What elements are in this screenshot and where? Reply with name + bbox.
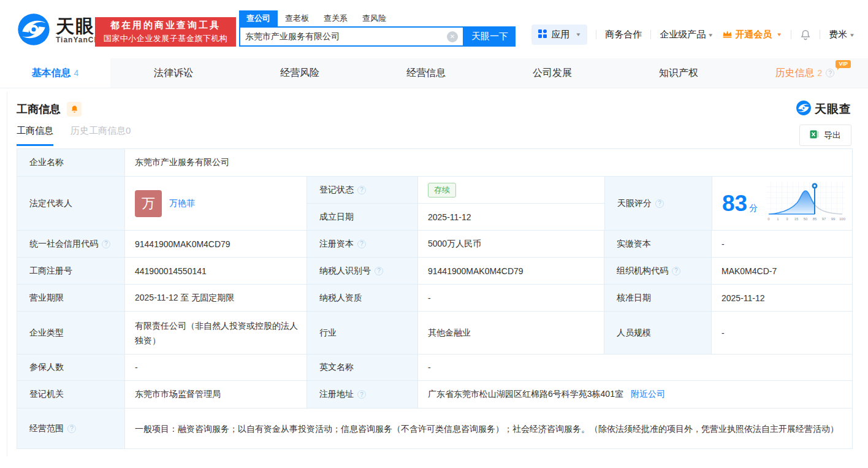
help-icon[interactable] (375, 267, 383, 275)
field-label: 纳税人识别号 (307, 258, 418, 284)
tianyancha-watermark: 天眼查 (796, 100, 851, 118)
field-label: 工商注册号 (17, 258, 125, 284)
field-label: 天眼评分 (605, 177, 712, 230)
table-row: 工商注册号 441900014550141 纳税人识别号 91441900MAK… (17, 257, 852, 284)
field-label: 参保人数 (17, 355, 125, 380)
field-label: 人员规模 (604, 312, 712, 354)
help-icon[interactable] (357, 186, 366, 194)
subtab-history-business-info[interactable]: 历史工商信息0 (70, 125, 131, 146)
export-button[interactable]: 导出 (799, 125, 851, 146)
help-icon[interactable] (67, 424, 76, 433)
subtab-business-info[interactable]: 工商信息 (17, 125, 53, 146)
field-label: 统一社会信用代码 (17, 231, 125, 257)
tab-business-info[interactable]: 经营信息 (363, 58, 489, 88)
table-row: 法定代表人 万 万艳菲 登记状态 存续 成立日期 2025-11-12 天眼评分 (17, 176, 852, 230)
tianyancha-watermark-icon (796, 100, 812, 118)
field-label: 法定代表人 (17, 177, 125, 230)
monitor-bell-icon[interactable] (67, 102, 82, 117)
svg-text:0: 0 (767, 217, 770, 221)
field-label: 经营范围 (17, 409, 125, 448)
open-vip-menu[interactable]: 开通会员 (722, 29, 782, 40)
reg-number-value: 441900014550141 (125, 258, 307, 284)
legal-rep-link[interactable]: 万艳菲 (169, 198, 195, 209)
help-icon[interactable] (102, 240, 110, 248)
tab-company-development[interactable]: 公司发展 (489, 58, 615, 88)
establish-date-value: 2025-11-12 (418, 204, 604, 230)
field-label: 注册地址 (307, 381, 418, 408)
enterprise-products-menu[interactable]: 企业级产品 (660, 29, 714, 40)
section-title: 工商信息 (17, 102, 61, 117)
svg-text:15: 15 (794, 217, 799, 221)
tab-legal-litigation[interactable]: 法律诉讼 (110, 58, 237, 88)
business-scope-value: 一般项目：融资咨询服务；以自有资金从事投资活动；信息咨询服务（不含许可类信息咨询… (125, 409, 852, 448)
approval-date-value: 2025-11-12 (712, 285, 852, 311)
business-info-table: 企业名称 东莞市产业服务有限公司 法定代表人 万 万艳菲 登记状态 存续 成立日… (17, 148, 853, 449)
username: 费米 (829, 29, 847, 39)
notification-bell-icon[interactable] (800, 29, 811, 40)
brand-slogan-banner: 都在用的商业查询工具 国家中小企业发展子基金旗下机构 (95, 17, 236, 47)
tab-history-info[interactable]: VIP 历史信息2 (742, 58, 868, 88)
chevron-down-icon (776, 32, 782, 37)
search-box (239, 26, 464, 47)
svg-text:85: 85 (813, 217, 817, 221)
business-cooperation-link[interactable]: 商务合作 (605, 29, 642, 40)
field-label: 企业名称 (17, 149, 125, 176)
field-label: 核准日期 (604, 285, 712, 311)
help-icon[interactable] (655, 199, 664, 208)
search-tab-risk[interactable]: 查风险 (355, 10, 394, 26)
field-label: 实缴资本 (604, 231, 712, 257)
help-icon[interactable] (357, 390, 366, 399)
field-label: 行业 (307, 312, 418, 354)
table-row: 企业名称 东莞市产业服务有限公司 (17, 149, 852, 176)
field-label: 登记机关 (17, 381, 125, 408)
legal-rep-cell: 万 万艳菲 (125, 177, 307, 230)
user-menu[interactable]: 费米 (829, 29, 855, 40)
reg-authority-value: 东莞市市场监督管理局 (125, 381, 307, 408)
industry-value: 其他金融业 (418, 312, 604, 354)
nearby-companies-link[interactable]: 附近公司 (631, 389, 665, 400)
svg-text:50: 50 (804, 217, 808, 221)
search-tab-relation[interactable]: 查关系 (316, 10, 355, 26)
main-content: 工商信息 天眼 (0, 88, 868, 449)
score-cell: 83 分 (712, 177, 852, 230)
tab-operational-risk[interactable]: 经营风险 (237, 58, 363, 88)
staff-size-value: - (712, 312, 852, 354)
search-tab-company[interactable]: 查公司 (239, 10, 278, 26)
credit-code-value: 91441900MAK0M4CD79 (125, 231, 307, 257)
tab-basic-info[interactable]: 基本信息4 (0, 58, 110, 88)
search-button[interactable]: 天眼一下 (464, 26, 516, 47)
apps-label: 应用 (551, 29, 569, 40)
chevron-down-icon (707, 33, 714, 38)
search-tabs: 查公司 查老板 查关系 查风险 (239, 11, 516, 26)
reg-capital-value: 5000万人民币 (418, 231, 604, 257)
apps-menu[interactable]: 应用 (531, 25, 587, 45)
tianyancha-logo-icon (17, 12, 51, 49)
score-distribution-chart: 0 1 3 15 50 85 97 99 100 (765, 181, 846, 226)
help-icon[interactable] (826, 69, 834, 77)
legal-rep-avatar[interactable]: 万 (135, 190, 162, 217)
table-row: 营业期限 2025-11-12 至 无固定期限 纳税人资质 - 核准日期 202… (17, 284, 852, 311)
search-input[interactable] (240, 32, 447, 42)
tianyancha-company-page: 天眼查 TianYanCha.com 都在用的商业查询工具 国家中小企业发展子基… (0, 0, 868, 468)
table-row: 统一社会信用代码 91441900MAK0M4CD79 注册资本 5000万人民… (17, 230, 852, 257)
search-tab-boss[interactable]: 查老板 (278, 10, 316, 26)
field-label: 组织机构代码 (604, 258, 712, 284)
field-label: 纳税人资质 (307, 285, 418, 311)
help-icon[interactable] (357, 240, 366, 248)
menu-divider (820, 30, 820, 39)
svg-text:100: 100 (839, 217, 846, 221)
company-name-value: 东莞市产业服务有限公司 (125, 149, 852, 176)
taxpayer-id-value: 91441900MAK0M4CD79 (418, 258, 604, 284)
crown-icon (722, 29, 733, 40)
excel-icon (810, 129, 820, 141)
svg-text:97: 97 (822, 217, 826, 221)
tab-intellectual-property[interactable]: 知识产权 (615, 58, 742, 88)
header-menu: 应用 商务合作 企业级产品 开通会员 (531, 25, 855, 45)
vip-badge: VIP (836, 60, 851, 68)
table-row: 登记机关 东莞市市场监督管理局 注册地址 广东省东莞市松山湖园区红棉路6号科学苑… (17, 380, 852, 408)
clear-search-icon[interactable] (447, 31, 458, 42)
slogan-line1: 都在用的商业查询工具 (110, 20, 221, 31)
help-icon[interactable] (672, 267, 680, 275)
table-row: 企业类型 有限责任公司（非自然人投资或控股的法人独资） 行业 其他金融业 人员规… (17, 311, 852, 354)
field-label: 登记状态 (307, 177, 418, 203)
